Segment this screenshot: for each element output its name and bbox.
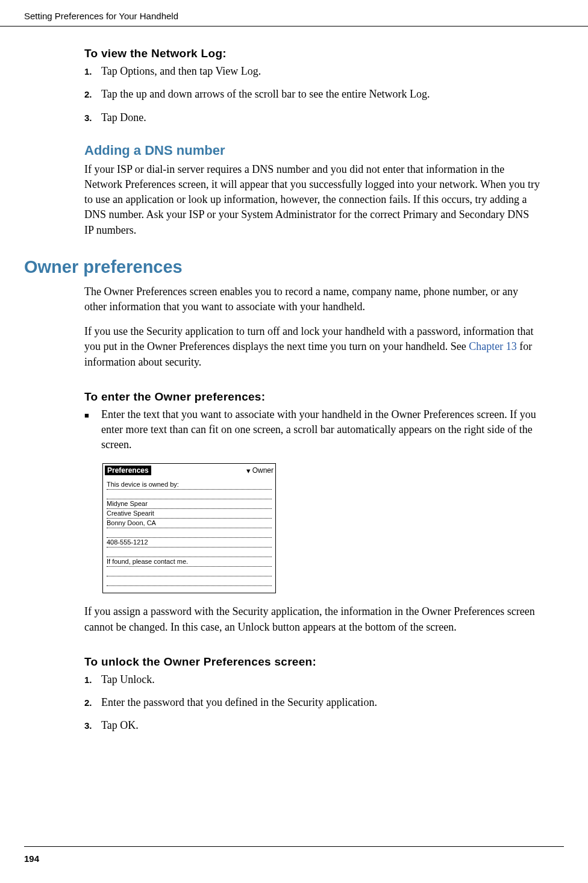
prefs-title-bar: Preferences Owner bbox=[105, 466, 274, 475]
pref-line bbox=[107, 576, 272, 586]
pref-line: This device is owned by: bbox=[107, 480, 272, 490]
step-item: 2.Enter the password that you defined in… bbox=[84, 695, 540, 710]
step-number: 1. bbox=[84, 674, 101, 686]
page-header: Setting Preferences for Your Handheld bbox=[0, 0, 588, 27]
prefs-text-area[interactable]: This device is owned by: Midyne Spear Cr… bbox=[105, 479, 274, 587]
step-item: 2.Tap the up and down arrows of the scro… bbox=[84, 87, 540, 101]
bullet-item: ■Enter the text that you want to associa… bbox=[84, 407, 540, 453]
pref-line bbox=[107, 548, 272, 557]
owner-prefs-screenshot: Preferences Owner This device is owned b… bbox=[102, 463, 276, 593]
chapter-link[interactable]: Chapter 13 bbox=[469, 340, 516, 352]
pref-line bbox=[107, 567, 272, 576]
heading-owner-preferences: Owner preferences bbox=[24, 257, 540, 277]
bullet-text: Enter the text that you want to associat… bbox=[101, 407, 540, 453]
owner-bullet-list: ■Enter the text that you want to associa… bbox=[84, 407, 540, 453]
prefs-title: Preferences bbox=[105, 466, 151, 475]
step-text: Tap OK. bbox=[101, 718, 540, 732]
owner-body-2a: If you use the Security application to t… bbox=[84, 325, 534, 352]
owner-body-2: If you use the Security application to t… bbox=[84, 324, 540, 370]
pref-line bbox=[107, 490, 272, 499]
step-item: 3.Tap OK. bbox=[84, 718, 540, 732]
heading-enter-owner-prefs: To enter the Owner preferences: bbox=[84, 390, 540, 404]
step-text: Enter the password that you defined in t… bbox=[101, 695, 540, 710]
unlock-steps: 1.Tap Unlock. 2.Enter the password that … bbox=[84, 672, 540, 733]
password-body: If you assign a password with the Securi… bbox=[84, 604, 540, 634]
step-number: 3. bbox=[84, 720, 101, 732]
step-item: 1.Tap Options, and then tap View Log. bbox=[84, 64, 540, 78]
heading-unlock-owner-prefs: To unlock the Owner Preferences screen: bbox=[84, 655, 540, 669]
step-number: 1. bbox=[84, 66, 101, 78]
network-log-steps: 1.Tap Options, and then tap View Log. 2.… bbox=[84, 64, 540, 125]
main-content: To view the Network Log: 1.Tap Options, … bbox=[0, 47, 588, 733]
heading-adding-dns: Adding a DNS number bbox=[84, 143, 540, 158]
heading-view-network-log: To view the Network Log: bbox=[84, 47, 540, 60]
step-text: Tap the up and down arrows of the scroll… bbox=[101, 87, 540, 101]
bullet-icon: ■ bbox=[84, 410, 101, 421]
dns-body: If your ISP or dial-in server requires a… bbox=[84, 162, 540, 238]
pref-line: Midyne Spear bbox=[107, 499, 272, 509]
step-number: 2. bbox=[84, 89, 101, 101]
page-number: 194 bbox=[24, 853, 39, 864]
step-text: Tap Options, and then tap View Log. bbox=[101, 64, 540, 78]
step-text: Tap Done. bbox=[101, 110, 540, 125]
step-text: Tap Unlock. bbox=[101, 672, 540, 687]
pref-line: If found, please contact me. bbox=[107, 557, 272, 567]
owner-body-1: The Owner Preferences screen enables you… bbox=[84, 284, 540, 314]
step-item: 3.Tap Done. bbox=[84, 110, 540, 125]
pref-line: Bonny Doon, CA bbox=[107, 519, 272, 528]
pref-line bbox=[107, 528, 272, 538]
footer-rule bbox=[24, 846, 564, 847]
pref-line: 408-555-1212 bbox=[107, 538, 272, 548]
step-item: 1.Tap Unlock. bbox=[84, 672, 540, 687]
step-number: 2. bbox=[84, 697, 101, 709]
step-number: 3. bbox=[84, 112, 101, 124]
prefs-dropdown[interactable]: Owner bbox=[246, 466, 274, 475]
pref-line: Creative Spearit bbox=[107, 509, 272, 519]
